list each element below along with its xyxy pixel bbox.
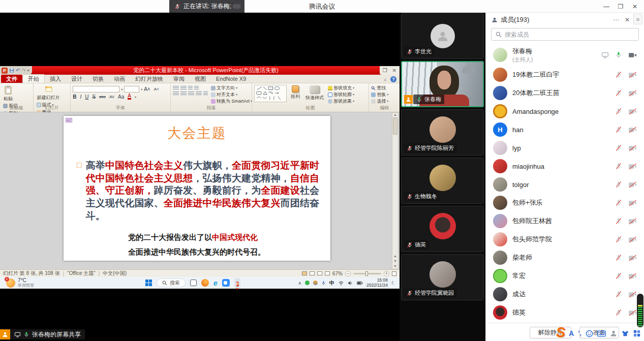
shape-fill-button[interactable]: 形状填充▾	[328, 85, 354, 91]
muted-mic-icon[interactable]	[615, 309, 622, 316]
camera-muted-icon[interactable]	[628, 181, 637, 188]
camera-muted-icon[interactable]	[628, 291, 637, 298]
camera-muted-icon[interactable]	[628, 255, 637, 261]
member-search-box[interactable]	[491, 28, 639, 41]
ppt-titlebar[interactable]: P ↶ ↷ ▾ 党的二十大最新本校 - Microsoft PowerPoint…	[0, 66, 400, 75]
previous-slide-button[interactable]: ▲	[393, 254, 397, 258]
ribbon-tab[interactable]: 插入	[45, 75, 66, 83]
list-buttons[interactable]	[173, 86, 208, 90]
ribbon-tab[interactable]: 开始	[22, 74, 45, 83]
mic-on-icon[interactable]	[615, 51, 622, 58]
ribbon-tab[interactable]: 动画	[109, 75, 130, 83]
camera-muted-icon[interactable]	[628, 200, 637, 206]
toolbox-grid-icon[interactable]	[633, 330, 640, 337]
font-name-select[interactable]	[73, 86, 119, 92]
bold-button[interactable]: B	[73, 94, 76, 100]
zoom-out-button[interactable]: −	[345, 271, 351, 276]
ribbon-tab[interactable]: 审阅	[168, 75, 190, 83]
video-tile[interactable]: 经管学院冀晓园	[401, 254, 484, 300]
help-icon[interactable]: ?	[390, 76, 396, 82]
save-icon[interactable]	[9, 68, 14, 73]
shadow-button[interactable]: abc	[99, 95, 106, 99]
powerpoint-taskbar-icon[interactable]: P	[234, 278, 240, 288]
video-tile[interactable]: 生物魏冬	[401, 158, 484, 204]
shape-effects-button[interactable]: 形状效果▾	[328, 98, 354, 105]
zoom-slider[interactable]	[353, 273, 381, 274]
slide-title[interactable]: 大会主题	[64, 124, 330, 142]
smartart-button[interactable]: 转换为 SmartArt▾	[211, 98, 252, 105]
tray-mic-icon[interactable]	[321, 280, 326, 286]
muted-mic-icon[interactable]	[615, 144, 622, 151]
camera-muted-icon[interactable]	[628, 236, 637, 243]
quick-styles-button[interactable]: 快速样式	[304, 85, 325, 102]
muted-mic-icon[interactable]	[615, 199, 622, 206]
grow-font-icon[interactable]: A˄	[144, 86, 150, 92]
muted-mic-icon[interactable]	[615, 181, 622, 188]
align-buttons[interactable]	[173, 91, 208, 96]
ribbon-tab[interactable]: 设计	[66, 75, 87, 83]
member-row[interactable]: lyp	[486, 139, 644, 157]
start-button[interactable]	[145, 280, 152, 286]
camera-muted-icon[interactable]	[628, 218, 637, 225]
member-row[interactable]: 张春梅 (主持人)	[486, 44, 644, 66]
member-row[interactable]: 包师院王林茜	[486, 212, 644, 230]
member-row[interactable]: 柴老师	[486, 249, 644, 267]
tencent-meeting-taskbar-icon[interactable]	[222, 279, 230, 287]
arrange-button[interactable]: 排列	[289, 85, 301, 101]
member-row[interactable]: 包师+张乐	[486, 194, 644, 212]
member-row[interactable]: 成达	[486, 285, 644, 303]
scroll-up-icon[interactable]: ▲	[393, 113, 397, 116]
ppt-restore-button[interactable]: ❐	[383, 68, 387, 73]
internet-explorer-icon[interactable]: e	[213, 279, 218, 287]
camera-muted-icon[interactable]	[628, 163, 637, 170]
char-spacing-button[interactable]: AV	[109, 95, 114, 99]
language-indicator[interactable]: 中文(中国)	[103, 270, 127, 277]
member-row[interactable]: 德英	[486, 303, 644, 322]
ime-language-icon[interactable]: A	[569, 329, 574, 337]
zoom-in-button[interactable]: +	[384, 271, 389, 276]
input-method-indicator[interactable]: 中	[329, 280, 334, 287]
member-search-input[interactable]	[505, 31, 634, 38]
slideshow-view-button[interactable]	[325, 271, 330, 275]
align-text-button[interactable]: 对齐文本▾	[211, 91, 252, 98]
next-slide-button[interactable]: ▼	[393, 259, 397, 263]
battery-icon[interactable]	[357, 281, 363, 285]
ime-punctuation-icon[interactable]: ’,	[578, 330, 581, 337]
font-size-select[interactable]	[124, 86, 139, 92]
emoji-icon[interactable]	[586, 330, 593, 337]
panel-close-icon[interactable]: ✕	[625, 16, 630, 23]
muted-mic-icon[interactable]	[615, 89, 622, 97]
tray-expand-icon[interactable]: ∧	[298, 281, 301, 286]
slide-footer-text[interactable]: 党的二十大报告发出了以中国式现代化 全面推进中华民族伟大复兴的时代号召。	[128, 233, 265, 257]
volume-icon[interactable]	[348, 281, 353, 286]
member-row[interactable]: H han	[486, 120, 644, 139]
shape-outline-button[interactable]: 形状轮廓▾	[328, 91, 354, 98]
skin-shop-icon[interactable]	[621, 330, 629, 337]
muted-mic-icon[interactable]	[615, 71, 622, 78]
muted-mic-icon[interactable]	[615, 291, 622, 298]
shapes-gallery[interactable]	[254, 85, 287, 102]
muted-mic-icon[interactable]	[615, 126, 622, 133]
notification-moon-icon[interactable]: ☾	[391, 281, 395, 286]
member-row[interactable]: 常宏	[486, 267, 644, 285]
ribbon-tab[interactable]: EndNote X9	[211, 75, 251, 83]
panel-menu-icon[interactable]: ≡	[633, 14, 642, 24]
close-button[interactable]: ✕	[628, 3, 642, 10]
video-tile[interactable]: 张春梅	[401, 61, 484, 107]
more-options-icon[interactable]: ⋯	[613, 16, 620, 23]
qat-dropdown-icon[interactable]: ▾	[27, 69, 29, 73]
ppt-close-button[interactable]: ✕	[392, 68, 396, 73]
camera-muted-icon[interactable]	[628, 90, 637, 97]
zoom-slider-thumb[interactable]	[365, 271, 368, 276]
task-view-button[interactable]	[190, 280, 197, 286]
tray-sync-icon[interactable]	[313, 281, 318, 285]
member-row[interactable]: tolgor	[486, 175, 644, 194]
member-row[interactable]: 包头师范学院	[486, 230, 644, 249]
camera-muted-icon[interactable]	[628, 127, 637, 133]
wifi-icon[interactable]	[338, 281, 344, 286]
camera-on-icon[interactable]	[628, 52, 637, 58]
collapse-ribbon-icon[interactable]: ▵	[384, 77, 386, 82]
ribbon-tab[interactable]: 幻灯片放映	[130, 75, 168, 83]
slide-body-text[interactable]: □ 高举中国特色社会主义伟大旗帜，全面贯彻习近平新时代中国特色社会主义思想，弘扬…	[77, 160, 319, 222]
change-case-button[interactable]: Aa	[118, 94, 124, 100]
